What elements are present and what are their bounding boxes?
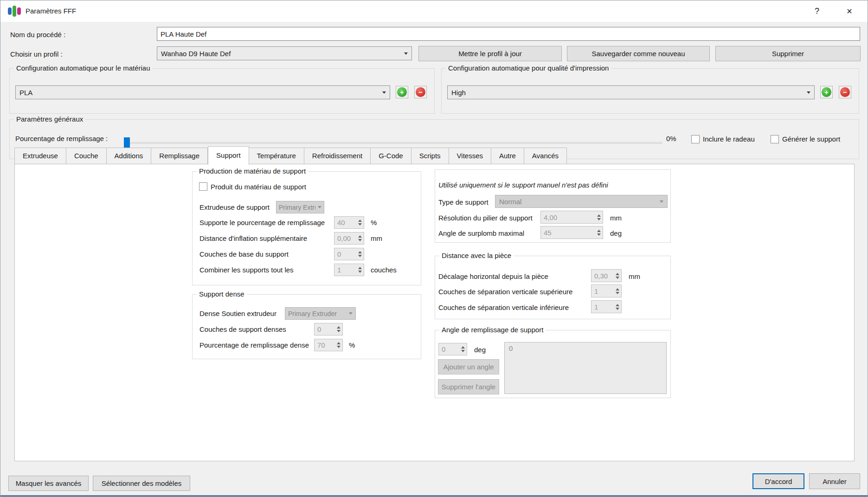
angle-list-item: 0 [509,344,662,352]
tab-vitesses[interactable]: Vitesses [449,148,491,164]
profile-selected-value: Wanhao D9 Haute Def [161,50,402,58]
spin-up-icon [358,219,362,222]
max-overhang-spinbox: 45 [540,226,603,239]
spin-value: 1 [592,303,613,311]
infill-angles-group: Angle de remplissage de support 0 deg Aj… [435,330,671,398]
material-select[interactable]: PLA [15,85,390,99]
generate-support-label[interactable]: Générer le support [782,135,840,143]
tab-avances[interactable]: Avancés [524,148,567,164]
hide-advanced-button[interactable]: Masquer les avancés [8,476,89,491]
title-bar[interactable]: Paramètres FFF ? ✕ [0,0,868,22]
cancel-button[interactable]: Annuler [809,473,860,489]
logo-pill-magenta [17,7,21,15]
profile-select[interactable]: Wanhao D9 Haute Def [157,46,412,60]
tab-extrudeuse[interactable]: Extrudeuse [14,148,66,164]
chevron-down-icon [807,91,810,94]
spin-value: 45 [541,229,595,237]
spinner-buttons [334,339,342,351]
support-type-value: Normal [499,198,657,206]
quality-selected-value: High [451,89,804,97]
spin-up-icon [337,326,341,329]
spin-value: 1 [334,266,356,274]
ok-button[interactable]: D'accord [752,473,804,489]
settings-tab-bar: Extrudeuse Couche Additions Remplissage … [14,146,567,164]
dense-support-title: Support dense [197,290,247,298]
generate-support-material-checkbox[interactable] [199,182,207,191]
pillar-resolution-label: Résolution du pilier de support [438,214,533,222]
tab-couche[interactable]: Couche [66,148,107,164]
support-type-label: Type de support [438,198,489,206]
upper-separation-label: Couches de séparation verticale supérieu… [438,288,572,296]
support-infill-spinbox: 40 [334,216,364,229]
spinner-buttons [356,264,364,276]
spin-value: 0 [439,345,459,353]
tab-temperature[interactable]: Température [249,148,304,164]
plus-icon: + [822,87,831,97]
spin-up-icon [337,342,341,344]
angle-spinbox: 0 [438,343,467,355]
spin-up-icon [358,267,362,269]
select-models-button[interactable]: Sélectionner des modèles [93,476,190,491]
close-icon[interactable]: ✕ [838,0,861,22]
chevron-down-icon [318,206,321,208]
delete-profile-button[interactable]: Supprimer [715,46,861,61]
dense-infill-spinbox: 70 [314,339,343,351]
spinner-buttons [613,301,621,313]
dense-support-group: Support dense Dense Soutien extrudeur Pr… [192,294,421,359]
window-title: Paramètres FFF [26,7,76,15]
tab-additions[interactable]: Additions [107,148,152,164]
manual-support-note: Utilisé uniquement si le support manuel … [438,181,608,189]
spin-down-icon [616,277,619,279]
add-quality-button[interactable]: + [820,86,833,98]
spin-up-icon [616,304,619,306]
part-separation-group: Distance avec la pièce Décalage horizont… [435,256,671,319]
spin-down-icon [616,308,619,310]
remove-angle-button: Supprimer l'angle [438,379,499,394]
spin-up-icon [597,214,601,217]
include-raft-checkbox[interactable] [691,135,700,143]
generate-support-checkbox[interactable] [771,135,779,143]
tab-support[interactable]: Support [208,146,249,165]
chevron-down-icon [660,200,663,203]
support-extruder-value: Primary Extruder [279,204,315,211]
save-as-new-button[interactable]: Sauvegarder comme nouveau [567,46,710,61]
max-overhang-label: Angle de surplomb maximal [438,229,524,237]
support-generation-title: Production de matériau de support [197,167,308,175]
lower-separation-spinbox: 1 [591,300,622,313]
spin-value: 0 [334,250,356,258]
spinner-buttons [356,232,364,244]
tab-scripts[interactable]: Scripts [411,148,449,164]
spin-down-icon [337,346,341,348]
dense-layers-label: Couches de support denses [199,325,286,333]
help-button[interactable]: ? [806,0,828,22]
infill-slider-track[interactable] [124,142,662,144]
remove-material-button[interactable]: − [414,86,427,98]
update-profile-button[interactable]: Mettre le profil à jour [418,46,562,61]
add-material-button[interactable]: + [396,86,408,98]
support-extruder-select: Primary Extruder [276,201,324,213]
spin-down-icon [358,239,362,241]
spin-value: 70 [315,341,334,349]
generate-support-material-label[interactable]: Produit du matériau de support [211,183,306,191]
combine-supports-spinbox: 1 [334,264,364,276]
material-config-title: Configuration automatique pour le matéri… [14,64,153,72]
inflation-distance-spinbox: 0,00 [334,232,364,245]
quality-select[interactable]: High [447,85,815,99]
tab-g-code[interactable]: G-Code [371,148,411,164]
combine-supports-unit: couches [371,266,397,274]
spinner-buttons [356,248,364,260]
spinner-buttons [595,211,603,223]
remove-quality-button[interactable]: − [839,86,851,98]
spin-up-icon [597,230,601,232]
pillar-resolution-unit: mm [610,214,622,222]
process-name-input[interactable] [157,27,860,41]
support-extruder-label: Extrudeuse de support [199,203,270,211]
dense-infill-label: Pourcentage de remplissage dense [199,341,309,349]
dense-layers-spinbox: 0 [314,323,343,336]
spin-up-icon [616,288,619,290]
tab-remplissage[interactable]: Remplissage [151,148,208,164]
tab-autre[interactable]: Autre [491,148,524,164]
include-raft-label[interactable]: Inclure le radeau [703,135,755,143]
angles-listbox: 0 [504,342,667,394]
tab-refroidissement[interactable]: Refroidissement [304,148,371,164]
